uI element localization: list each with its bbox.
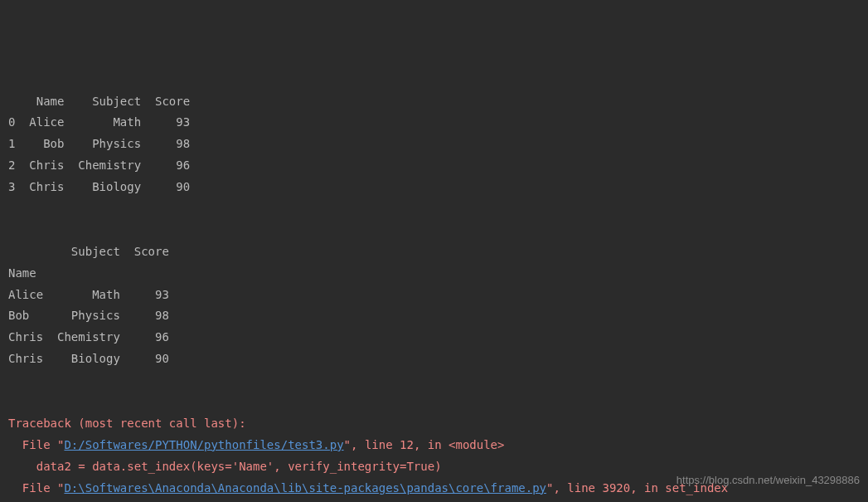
table2-row: Alice Math 93: [8, 288, 169, 301]
table1-row: 3 Chris Biology 90: [8, 180, 190, 193]
table2-header: Subject Score: [8, 245, 169, 258]
file-path-link[interactable]: D:\Softwares\Anaconda\Anaconda\lib\site-…: [64, 481, 546, 495]
table1-row: 0 Alice Math 93: [8, 115, 190, 129]
table1-row: 1 Bob Physics 98: [8, 137, 190, 150]
table2-row: Chris Chemistry 96: [8, 330, 169, 344]
table1-header: Name Subject Score: [8, 95, 190, 108]
table2-row: Chris Biology 90: [8, 352, 169, 365]
traceback-header: Traceback (most recent call last):: [8, 417, 246, 430]
traceback-code-line: data2 = data.set_index(keys='Name', veri…: [8, 460, 442, 473]
traceback-line-prefix: File ": [8, 481, 64, 495]
table1-row: 2 Chris Chemistry 96: [8, 158, 190, 172]
dataframe-output-1: Name Subject Score 0 Alice Math 93 1 Bob…: [8, 91, 860, 413]
traceback-line-prefix: File ": [8, 438, 64, 451]
file-path-link[interactable]: D:/Softwares/PYTHON/pythonfiles/test3.py: [64, 438, 343, 451]
table2-row: Bob Physics 98: [8, 309, 169, 322]
table2-index-label: Name: [8, 266, 36, 280]
watermark-text: https://blog.csdn.net/weixin_43298886: [676, 470, 860, 490]
traceback-line-suffix: ", line 12, in <module>: [344, 438, 505, 451]
